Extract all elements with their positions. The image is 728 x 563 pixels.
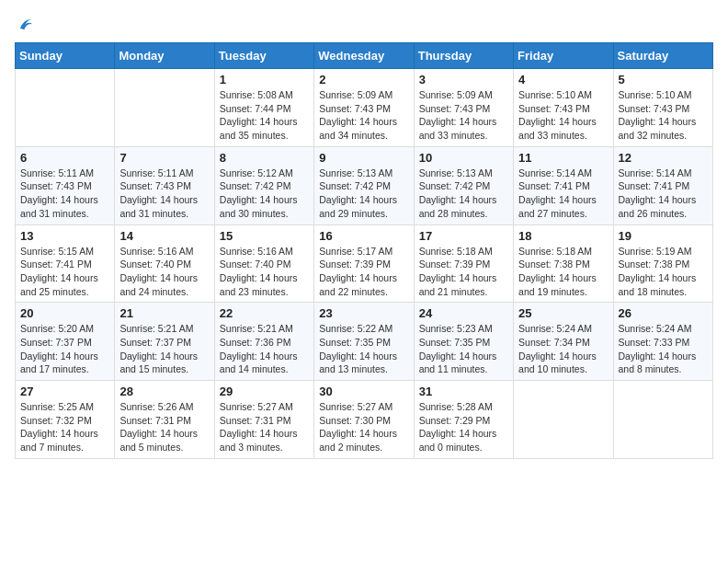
- calendar-cell: 23Sunrise: 5:22 AMSunset: 7:35 PMDayligh…: [314, 303, 414, 381]
- calendar-cell: 14Sunrise: 5:16 AMSunset: 7:40 PMDayligh…: [115, 224, 214, 303]
- calendar-cell: 15Sunrise: 5:16 AMSunset: 7:40 PMDayligh…: [214, 224, 313, 303]
- day-info: Sunrise: 5:13 AMSunset: 7:42 PMDaylight:…: [419, 167, 508, 221]
- day-number: 30: [319, 385, 408, 398]
- day-number: 31: [419, 385, 508, 398]
- day-number: 18: [518, 229, 608, 243]
- day-info: Sunrise: 5:11 AMSunset: 7:43 PMDaylight:…: [119, 167, 209, 221]
- calendar-cell: [16, 69, 115, 147]
- day-number: 7: [119, 151, 209, 165]
- calendar-cell: 22Sunrise: 5:21 AMSunset: 7:36 PMDayligh…: [214, 303, 313, 381]
- day-info: Sunrise: 5:23 AMSunset: 7:35 PMDaylight:…: [419, 322, 508, 376]
- day-number: 29: [220, 385, 309, 398]
- calendar-cell: 28Sunrise: 5:26 AMSunset: 7:31 PMDayligh…: [115, 381, 214, 459]
- logo: [15, 15, 39, 35]
- calendar-cell: 5Sunrise: 5:10 AMSunset: 7:43 PMDaylight…: [613, 69, 712, 147]
- weekday-header-tuesday: Tuesday: [214, 43, 313, 69]
- day-info: Sunrise: 5:21 AMSunset: 7:36 PMDaylight:…: [220, 322, 309, 376]
- calendar-week-row: 13Sunrise: 5:15 AMSunset: 7:41 PMDayligh…: [16, 224, 713, 303]
- calendar-week-row: 6Sunrise: 5:11 AMSunset: 7:43 PMDaylight…: [16, 146, 713, 224]
- day-number: 28: [119, 385, 209, 398]
- calendar-table: SundayMondayTuesdayWednesdayThursdayFrid…: [15, 42, 713, 459]
- day-info: Sunrise: 5:08 AMSunset: 7:44 PMDaylight:…: [220, 88, 309, 143]
- day-info: Sunrise: 5:12 AMSunset: 7:42 PMDaylight:…: [220, 167, 309, 221]
- day-number: 12: [619, 151, 708, 165]
- day-number: 26: [619, 306, 708, 320]
- day-number: 13: [20, 229, 109, 243]
- calendar-cell: 4Sunrise: 5:10 AMSunset: 7:43 PMDaylight…: [514, 69, 613, 147]
- day-number: 21: [119, 306, 209, 320]
- day-info: Sunrise: 5:09 AMSunset: 7:43 PMDaylight:…: [419, 88, 508, 143]
- day-number: 27: [20, 385, 109, 398]
- calendar-cell: [514, 381, 613, 459]
- day-info: Sunrise: 5:22 AMSunset: 7:35 PMDaylight:…: [319, 322, 408, 376]
- day-number: 4: [518, 73, 608, 86]
- calendar-cell: 2Sunrise: 5:09 AMSunset: 7:43 PMDaylight…: [314, 69, 414, 147]
- calendar-cell: 24Sunrise: 5:23 AMSunset: 7:35 PMDayligh…: [414, 303, 513, 381]
- day-number: 17: [419, 229, 508, 243]
- calendar-cell: 12Sunrise: 5:14 AMSunset: 7:41 PMDayligh…: [613, 146, 712, 224]
- day-info: Sunrise: 5:14 AMSunset: 7:41 PMDaylight:…: [518, 167, 608, 221]
- day-info: Sunrise: 5:14 AMSunset: 7:41 PMDaylight:…: [619, 167, 708, 221]
- day-info: Sunrise: 5:21 AMSunset: 7:37 PMDaylight:…: [119, 322, 209, 376]
- day-number: 10: [419, 151, 508, 165]
- day-info: Sunrise: 5:11 AMSunset: 7:43 PMDaylight:…: [20, 167, 109, 221]
- calendar-cell: [115, 69, 214, 147]
- day-info: Sunrise: 5:27 AMSunset: 7:30 PMDaylight:…: [319, 400, 408, 454]
- day-number: 2: [319, 73, 408, 86]
- day-info: Sunrise: 5:19 AMSunset: 7:38 PMDaylight:…: [619, 245, 708, 299]
- calendar-cell: 25Sunrise: 5:24 AMSunset: 7:34 PMDayligh…: [514, 303, 613, 381]
- day-info: Sunrise: 5:27 AMSunset: 7:31 PMDaylight:…: [220, 400, 309, 454]
- day-number: 19: [619, 229, 708, 243]
- calendar-cell: 11Sunrise: 5:14 AMSunset: 7:41 PMDayligh…: [514, 146, 613, 224]
- calendar-cell: 26Sunrise: 5:24 AMSunset: 7:33 PMDayligh…: [613, 303, 712, 381]
- calendar-cell: 9Sunrise: 5:13 AMSunset: 7:42 PMDaylight…: [314, 146, 414, 224]
- calendar-week-row: 1Sunrise: 5:08 AMSunset: 7:44 PMDaylight…: [16, 69, 713, 147]
- day-number: 25: [518, 306, 608, 320]
- day-number: 15: [220, 229, 309, 243]
- calendar-cell: 1Sunrise: 5:08 AMSunset: 7:44 PMDaylight…: [214, 69, 313, 147]
- day-info: Sunrise: 5:09 AMSunset: 7:43 PMDaylight:…: [319, 88, 408, 143]
- calendar-cell: 8Sunrise: 5:12 AMSunset: 7:42 PMDaylight…: [214, 146, 313, 224]
- calendar-cell: 18Sunrise: 5:18 AMSunset: 7:38 PMDayligh…: [514, 224, 613, 303]
- day-info: Sunrise: 5:24 AMSunset: 7:34 PMDaylight:…: [518, 322, 608, 376]
- day-info: Sunrise: 5:26 AMSunset: 7:31 PMDaylight:…: [119, 400, 209, 454]
- day-number: 1: [220, 73, 309, 86]
- calendar-cell: 21Sunrise: 5:21 AMSunset: 7:37 PMDayligh…: [115, 303, 214, 381]
- day-info: Sunrise: 5:18 AMSunset: 7:39 PMDaylight:…: [419, 245, 508, 299]
- weekday-header-friday: Friday: [514, 43, 613, 69]
- day-info: Sunrise: 5:10 AMSunset: 7:43 PMDaylight:…: [619, 88, 708, 143]
- calendar-cell: 27Sunrise: 5:25 AMSunset: 7:32 PMDayligh…: [16, 381, 115, 459]
- calendar-cell: 19Sunrise: 5:19 AMSunset: 7:38 PMDayligh…: [613, 224, 712, 303]
- day-info: Sunrise: 5:17 AMSunset: 7:39 PMDaylight:…: [319, 245, 408, 299]
- day-number: 6: [20, 151, 109, 165]
- calendar-cell: 7Sunrise: 5:11 AMSunset: 7:43 PMDaylight…: [115, 146, 214, 224]
- weekday-header-row: SundayMondayTuesdayWednesdayThursdayFrid…: [16, 43, 713, 69]
- calendar-week-row: 27Sunrise: 5:25 AMSunset: 7:32 PMDayligh…: [16, 381, 713, 459]
- calendar-cell: 16Sunrise: 5:17 AMSunset: 7:39 PMDayligh…: [314, 224, 414, 303]
- calendar-cell: [613, 381, 712, 459]
- weekday-header-saturday: Saturday: [613, 43, 712, 69]
- calendar-cell: 6Sunrise: 5:11 AMSunset: 7:43 PMDaylight…: [16, 146, 115, 224]
- calendar-cell: 31Sunrise: 5:28 AMSunset: 7:29 PMDayligh…: [414, 381, 513, 459]
- calendar-week-row: 20Sunrise: 5:20 AMSunset: 7:37 PMDayligh…: [16, 303, 713, 381]
- calendar-cell: 20Sunrise: 5:20 AMSunset: 7:37 PMDayligh…: [16, 303, 115, 381]
- day-info: Sunrise: 5:25 AMSunset: 7:32 PMDaylight:…: [20, 400, 109, 454]
- day-info: Sunrise: 5:13 AMSunset: 7:42 PMDaylight:…: [319, 167, 408, 221]
- day-number: 5: [619, 73, 708, 86]
- day-number: 24: [419, 306, 508, 320]
- day-number: 20: [20, 306, 109, 320]
- weekday-header-sunday: Sunday: [16, 43, 115, 69]
- day-number: 22: [220, 306, 309, 320]
- day-info: Sunrise: 5:20 AMSunset: 7:37 PMDaylight:…: [20, 322, 109, 376]
- day-info: Sunrise: 5:16 AMSunset: 7:40 PMDaylight:…: [119, 245, 209, 299]
- calendar-cell: 30Sunrise: 5:27 AMSunset: 7:30 PMDayligh…: [314, 381, 414, 459]
- weekday-header-thursday: Thursday: [414, 43, 513, 69]
- day-info: Sunrise: 5:24 AMSunset: 7:33 PMDaylight:…: [619, 322, 708, 376]
- day-number: 9: [319, 151, 408, 165]
- calendar-cell: 3Sunrise: 5:09 AMSunset: 7:43 PMDaylight…: [414, 69, 513, 147]
- weekday-header-wednesday: Wednesday: [314, 43, 414, 69]
- day-info: Sunrise: 5:15 AMSunset: 7:41 PMDaylight:…: [20, 245, 109, 299]
- calendar-cell: 29Sunrise: 5:27 AMSunset: 7:31 PMDayligh…: [214, 381, 313, 459]
- weekday-header-monday: Monday: [115, 43, 214, 69]
- day-info: Sunrise: 5:10 AMSunset: 7:43 PMDaylight:…: [518, 88, 608, 143]
